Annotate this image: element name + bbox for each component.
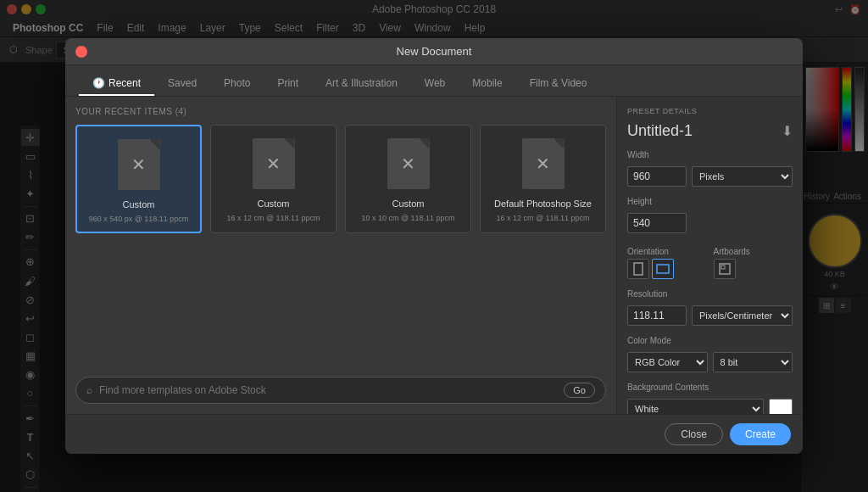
recent-item-1-name: Custom bbox=[258, 198, 290, 209]
search-input[interactable] bbox=[99, 384, 557, 396]
recent-item-1-icon: ✕ bbox=[248, 134, 299, 193]
doc-icon-0: ✕ bbox=[118, 139, 160, 190]
bit-depth-select[interactable]: 8 bit 16 bit 32 bit bbox=[713, 352, 793, 372]
recent-items-grid: ✕ Custom 960 x 540 px @ 118.11 ppcm ✕ bbox=[75, 125, 606, 233]
width-field-row: Pixels Inches Centimeters bbox=[627, 166, 793, 187]
search-go-button[interactable]: Go bbox=[564, 383, 595, 398]
dialog-footer: Close Create bbox=[65, 414, 803, 454]
doc-icon-3: ✕ bbox=[522, 138, 565, 189]
portrait-btn[interactable] bbox=[627, 259, 649, 279]
tab-saved[interactable]: Saved bbox=[154, 72, 210, 96]
height-field-label: Height bbox=[627, 197, 793, 206]
template-search-bar: ⌕ Go bbox=[75, 377, 606, 404]
doc-x-1: ✕ bbox=[266, 154, 281, 174]
color-mode-field-label: Color Mode bbox=[627, 336, 793, 345]
orientation-buttons bbox=[627, 259, 707, 279]
artboards-group: Artboards bbox=[714, 243, 793, 279]
recent-item-3-size: 16 x 12 cm @ 118.11 ppcm bbox=[496, 214, 589, 222]
svg-rect-0 bbox=[634, 263, 643, 275]
color-mode-select[interactable]: RGB Color CMYK Color Grayscale bbox=[627, 352, 708, 372]
recent-item-3[interactable]: ✕ Default Photoshop Size 16 x 12 cm @ 11… bbox=[480, 125, 606, 233]
width-field-label: Width bbox=[627, 150, 793, 159]
recent-item-2-size: 10 x 10 cm @ 118.11 ppcm bbox=[361, 214, 454, 222]
preset-title-row: Untitled-1 ⬇ bbox=[627, 122, 793, 140]
close-button[interactable]: Close bbox=[665, 423, 723, 445]
doc-x-2: ✕ bbox=[401, 154, 415, 174]
dialog-close-traffic-light[interactable] bbox=[75, 46, 87, 58]
doc-x-0: ✕ bbox=[131, 154, 146, 175]
bg-contents-label: Background Contents bbox=[627, 383, 793, 392]
tab-recent[interactable]: 🕐 Recent bbox=[79, 72, 154, 96]
preset-title: Untitled-1 bbox=[627, 122, 693, 140]
recent-item-1[interactable]: ✕ Custom 16 x 12 cm @ 118.11 ppcm bbox=[210, 125, 337, 233]
resolution-field[interactable] bbox=[627, 305, 687, 326]
new-document-dialog: New Document 🕐 Recent Saved Photo Print … bbox=[65, 38, 803, 454]
bg-contents-select[interactable]: White Black Transparent bbox=[627, 399, 764, 414]
artboard-icon bbox=[719, 263, 731, 275]
recent-item-3-icon: ✕ bbox=[518, 134, 569, 193]
resolution-field-label: Resolution bbox=[627, 289, 793, 299]
recent-item-0-icon: ✕ bbox=[114, 135, 164, 194]
preset-save-icon[interactable]: ⬇ bbox=[782, 123, 793, 139]
recent-item-2-name: Custom bbox=[392, 198, 425, 209]
dialog-body: YOUR RECENT ITEMS (4) ✕ Custom 960 x 540… bbox=[65, 97, 803, 414]
recent-item-0-size: 960 x 540 px @ 118.11 ppcm bbox=[89, 215, 189, 223]
recent-item-2[interactable]: ✕ Custom 10 x 10 cm @ 118.11 ppcm bbox=[345, 125, 471, 233]
search-icon: ⌕ bbox=[86, 384, 92, 396]
tab-film-video[interactable]: Film & Video bbox=[516, 72, 601, 96]
tab-art-illustration[interactable]: Art & Illustration bbox=[312, 72, 411, 96]
color-mode-field-row: RGB Color CMYK Color Grayscale 8 bit 16 … bbox=[627, 352, 793, 372]
resolution-unit-select[interactable]: Pixels/Centimeter Pixels/Inch bbox=[692, 305, 793, 326]
dialog-header: New Document bbox=[65, 38, 803, 65]
tab-print[interactable]: Print bbox=[264, 72, 312, 96]
landscape-icon bbox=[656, 264, 670, 274]
tab-photo[interactable]: Photo bbox=[210, 72, 264, 96]
artboard-toggle[interactable] bbox=[714, 259, 736, 279]
height-field-row bbox=[627, 213, 793, 233]
resolution-field-row: Pixels/Centimeter Pixels/Inch bbox=[627, 305, 793, 326]
dialog-tab-bar: 🕐 Recent Saved Photo Print Art & Illustr… bbox=[65, 65, 803, 97]
recent-item-0-name: Custom bbox=[123, 199, 155, 210]
bg-color-swatch[interactable] bbox=[769, 399, 793, 414]
recent-item-3-name: Default Photoshop Size bbox=[494, 198, 592, 209]
orientation-label: Orientation bbox=[627, 247, 707, 256]
dialog-right-panel: PRESET DETAILS Untitled-1 ⬇ Width Pixels… bbox=[616, 97, 803, 414]
width-unit-select[interactable]: Pixels Inches Centimeters bbox=[692, 166, 793, 187]
height-field[interactable] bbox=[627, 213, 687, 233]
recent-item-2-icon: ✕ bbox=[383, 134, 434, 193]
landscape-btn[interactable] bbox=[652, 259, 674, 279]
tab-mobile[interactable]: Mobile bbox=[459, 72, 515, 96]
clock-icon: 🕐 bbox=[92, 77, 105, 89]
artboard-buttons bbox=[714, 259, 793, 279]
dialog-overlay: New Document 🕐 Recent Saved Photo Print … bbox=[0, 0, 868, 492]
create-button[interactable]: Create bbox=[730, 423, 791, 445]
recent-item-0[interactable]: ✕ Custom 960 x 540 px @ 118.11 ppcm bbox=[75, 125, 202, 233]
svg-rect-3 bbox=[721, 266, 725, 269]
recent-items-header: YOUR RECENT ITEMS (4) bbox=[75, 107, 606, 116]
doc-x-3: ✕ bbox=[536, 154, 550, 174]
dialog-left-panel: YOUR RECENT ITEMS (4) ✕ Custom 960 x 540… bbox=[65, 97, 616, 414]
recent-item-1-size: 16 x 12 cm @ 118.11 ppcm bbox=[226, 214, 320, 222]
orientation-group: Orientation bbox=[627, 243, 707, 279]
svg-rect-1 bbox=[657, 265, 669, 273]
bg-contents-row: White Black Transparent bbox=[627, 399, 793, 414]
dialog-title: New Document bbox=[397, 45, 472, 58]
orientation-artboards-row: Orientation Artboards bbox=[627, 243, 793, 279]
artboards-label: Artboards bbox=[714, 247, 793, 256]
doc-icon-2: ✕ bbox=[387, 138, 430, 189]
preset-details-label: PRESET DETAILS bbox=[627, 107, 793, 115]
portrait-icon bbox=[633, 262, 643, 276]
tab-web[interactable]: Web bbox=[411, 72, 459, 96]
width-field[interactable] bbox=[627, 166, 687, 187]
doc-icon-1: ✕ bbox=[253, 138, 295, 189]
